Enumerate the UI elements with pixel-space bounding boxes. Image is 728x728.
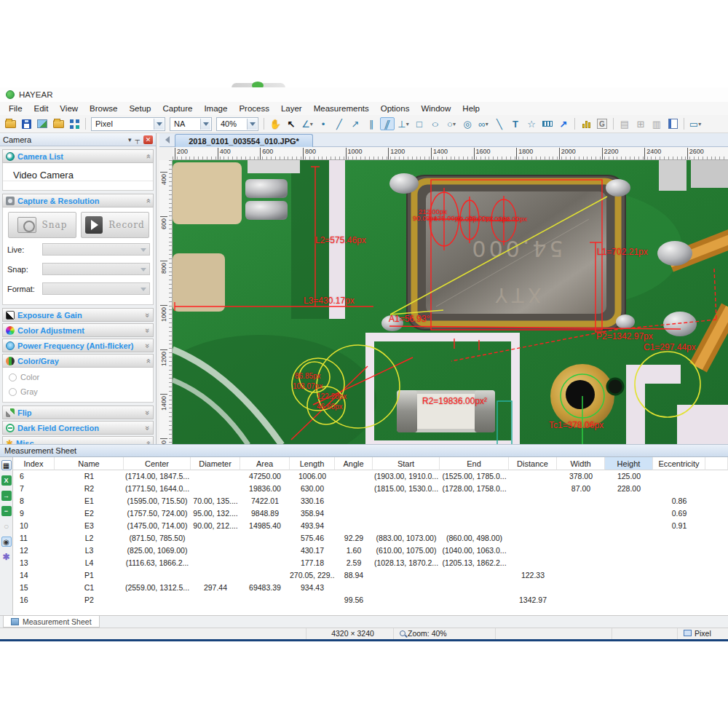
menu-item-options[interactable]: Options xyxy=(375,104,416,113)
chart-button[interactable] xyxy=(579,117,593,130)
parallel-hatch-tool-button[interactable]: ∥ xyxy=(380,117,395,130)
live-resolution-combo[interactable] xyxy=(42,243,150,256)
table-row[interactable]: 7R2(1771.50, 1644.0...19836.00630.00(181… xyxy=(13,483,728,495)
menu-item-window[interactable]: Window xyxy=(415,104,456,113)
arrow-annotation-button[interactable]: ↗ xyxy=(556,117,571,130)
expand-icon[interactable]: » xyxy=(143,312,152,317)
table-row[interactable]: 11L2(871.50, 785.50)575.4692.29(883.00, … xyxy=(13,532,728,545)
unit-combo[interactable]: Pixel xyxy=(91,117,165,131)
concentric-tool-button[interactable]: ◎ xyxy=(460,117,475,130)
merge-button[interactable]: ⊞ xyxy=(633,117,648,130)
column-header-end[interactable]: End xyxy=(440,457,509,470)
section-capture-resolution[interactable]: Capture & Resolution » xyxy=(2,194,154,207)
expand-icon[interactable]: » xyxy=(143,343,152,347)
column-header-diameter[interactable]: Diameter xyxy=(191,457,240,470)
linked-circles-tool-button[interactable]: ∞▾ xyxy=(476,117,491,130)
column-header-length[interactable]: Length xyxy=(290,457,335,470)
section-camera-list[interactable]: Camera List » xyxy=(2,149,154,163)
column-header-distance[interactable]: Distance xyxy=(509,457,557,470)
pin-icon[interactable]: ┬ xyxy=(135,136,140,143)
menu-item-edit[interactable]: Edit xyxy=(28,104,55,113)
menu-item-layer[interactable]: Layer xyxy=(275,104,308,113)
point-tool-button[interactable]: • xyxy=(316,117,331,130)
expand-icon[interactable]: » xyxy=(143,425,152,430)
menu-item-help[interactable]: Help xyxy=(456,104,486,113)
format-combo[interactable] xyxy=(42,282,150,295)
table-row[interactable]: 16P299.561342.97 xyxy=(13,594,728,606)
excel-remove-icon[interactable]: − xyxy=(1,506,12,516)
color-radio[interactable]: Color xyxy=(9,373,39,381)
record-button[interactable]: Record xyxy=(81,212,149,238)
column-header-center[interactable]: Center xyxy=(124,457,191,470)
panel-menu-icon[interactable]: ▾ xyxy=(128,136,132,143)
column-header-angle[interactable]: Angle xyxy=(335,457,373,470)
tab-scroll-left-icon[interactable] xyxy=(162,136,170,143)
notebook-button[interactable] xyxy=(665,117,680,130)
column-header-area[interactable]: Area xyxy=(240,457,290,470)
arc-tool-button[interactable]: ╲ xyxy=(492,117,507,130)
browse-folder-button[interactable] xyxy=(51,117,66,130)
text-tool-button[interactable]: T xyxy=(508,117,523,130)
sheet-icon[interactable]: ▦ xyxy=(1,460,12,470)
menu-item-image[interactable]: Image xyxy=(198,104,233,113)
measurement-sheet-tab[interactable]: Measurement Sheet xyxy=(3,616,100,628)
panel-close-button[interactable]: ✕ xyxy=(143,135,153,144)
export-excel-arrow-icon[interactable]: → xyxy=(1,491,12,501)
line-tool-button[interactable]: ╱ xyxy=(332,117,347,130)
column-header-eccentricity[interactable]: Eccentricity xyxy=(653,457,705,470)
perpendicular-tool-button[interactable]: ⊥▾ xyxy=(396,117,411,130)
resolution-grid-button[interactable] xyxy=(67,117,82,130)
star-tool-button[interactable]: ☆ xyxy=(524,117,539,130)
collapse-icon[interactable]: » xyxy=(143,358,152,363)
new-window-button[interactable]: ▭▾ xyxy=(688,117,703,130)
na-combo[interactable]: NA xyxy=(170,117,212,131)
rectangle-tool-button[interactable]: □ xyxy=(412,117,427,130)
layers-button[interactable]: ▤ xyxy=(617,117,632,130)
table-row[interactable]: 15C1(2559.00, 1312.5...297.4469483.39934… xyxy=(13,582,728,594)
table-row[interactable]: 6R1(1714.00, 1847.5...47250.001006.00(19… xyxy=(13,470,728,483)
select-tool-button[interactable]: ↖ xyxy=(284,117,298,130)
image-canvas[interactable]: 54.000 XTY xyxy=(173,160,728,445)
menu-item-view[interactable]: View xyxy=(54,104,84,113)
table-row[interactable]: 14P1270.05, 229...88.94122.33 xyxy=(13,569,728,582)
circle-tool-button[interactable]: ○▾ xyxy=(444,117,459,130)
camera-list-item[interactable]: Video Camera xyxy=(3,163,153,181)
menu-item-browse[interactable]: Browse xyxy=(84,104,123,113)
menu-item-setup[interactable]: Setup xyxy=(123,104,157,113)
export-button[interactable]: ▥ xyxy=(649,117,664,130)
ellipse-tool-button[interactable]: ○ xyxy=(428,117,443,130)
table-row[interactable]: 12L3(825.00, 1069.00)430.171.60(610.00, … xyxy=(13,545,728,557)
section-exposure-gain[interactable]: Exposure & Gain » xyxy=(2,308,154,322)
column-header-index[interactable]: Index xyxy=(13,457,55,470)
open-file-button[interactable] xyxy=(3,117,17,130)
menu-item-process[interactable]: Process xyxy=(233,104,275,113)
menu-item-measurements[interactable]: Measurements xyxy=(308,104,375,113)
center-marker-icon[interactable]: ◉ xyxy=(1,537,12,547)
section-color-gray[interactable]: Color/Gray » xyxy=(2,354,154,368)
section-dark-field[interactable]: Dark Field Correction » xyxy=(2,421,154,435)
export-excel-icon[interactable]: X xyxy=(1,475,12,486)
column-header-name[interactable]: Name xyxy=(55,457,124,470)
table-row[interactable]: 13L4(1116.63, 1866.2...177.182.59(1028.1… xyxy=(13,557,728,569)
snap-resolution-combo[interactable] xyxy=(42,263,150,275)
angle-tool-button[interactable]: ∠▾ xyxy=(300,117,314,130)
zoom-combo[interactable]: 40% xyxy=(216,117,258,131)
ring-icon[interactable]: ○ xyxy=(1,521,12,531)
table-row[interactable]: 9E2(1757.50, 724.00)95.00, 132....9848.8… xyxy=(13,507,728,520)
parallel-tool-button[interactable]: ∥ xyxy=(364,117,379,130)
collapse-icon[interactable]: » xyxy=(143,154,152,158)
settings-gear-icon[interactable]: ✱ xyxy=(1,552,12,562)
snap-button[interactable]: Snap xyxy=(8,212,76,238)
table-row[interactable]: 10E3(1475.00, 714.00)90.00, 212....14985… xyxy=(13,520,728,532)
document-tab[interactable]: 2018_0101_003554_010.JPG* xyxy=(175,134,313,147)
grid-overlay-button[interactable]: G xyxy=(595,117,609,130)
arrow-line-tool-button[interactable]: ↗ xyxy=(348,117,363,130)
section-power-frequency[interactable]: Power Frequency (Anti-flicker) » xyxy=(2,339,154,352)
section-flip[interactable]: Flip » xyxy=(2,405,154,419)
expand-icon[interactable]: » xyxy=(143,410,152,414)
expand-icon[interactable]: » xyxy=(143,328,152,332)
calibration-tool-button[interactable] xyxy=(540,117,555,130)
gray-radio[interactable]: Gray xyxy=(9,387,38,396)
column-header-start[interactable]: Start xyxy=(373,457,440,470)
column-header-height[interactable]: Height xyxy=(605,457,653,470)
